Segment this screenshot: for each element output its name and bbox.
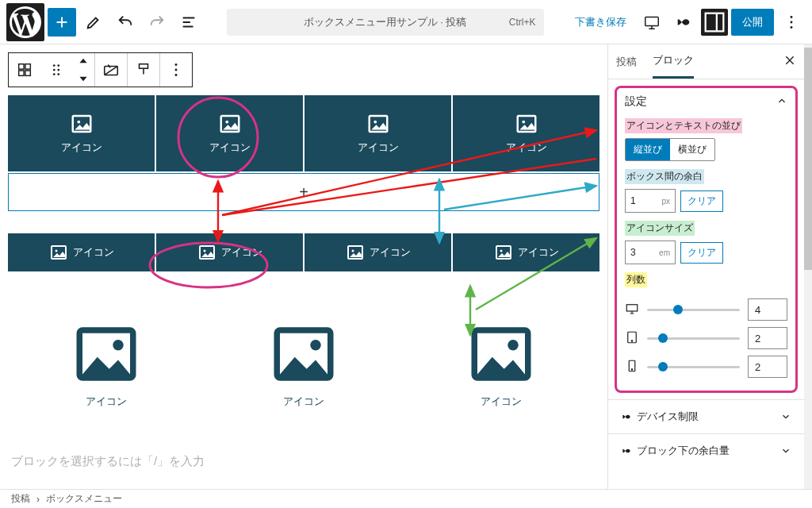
drag-handle-icon[interactable] — [40, 53, 72, 87]
svg-point-9 — [53, 64, 56, 67]
svg-rect-8 — [25, 71, 30, 75]
scrollbar[interactable] — [804, 44, 812, 489]
box-cell[interactable]: アイコン — [8, 95, 155, 171]
breadcrumb: 投稿 › ボックスメニュー — [0, 489, 812, 508]
undo-button[interactable] — [111, 8, 140, 37]
svg-point-35 — [500, 250, 502, 252]
gap-clear-button[interactable]: クリア — [680, 190, 723, 212]
box-menu-row-3[interactable]: アイコン アイコン アイコン — [8, 279, 599, 419]
svg-point-37 — [113, 340, 124, 351]
svg-rect-0 — [645, 17, 659, 25]
document-title-bar[interactable]: ボックスメニュー用サンプル · 投稿 Ctrl+K — [206, 9, 564, 36]
accordion-device[interactable]: デバイス制限 — [608, 399, 804, 433]
svg-rect-51 — [626, 304, 638, 310]
svg-point-33 — [351, 250, 354, 252]
panel-title: 設定 — [625, 94, 647, 109]
box-menu-row-2[interactable]: アイコン アイコン アイコン アイコン — [8, 233, 599, 271]
document-title: ボックスメニュー用サンプル · 投稿 — [304, 15, 467, 29]
svg-point-2 — [791, 16, 793, 18]
box-cell[interactable]: アイコン — [304, 233, 451, 271]
block-placeholder[interactable]: ブロックを選択するには「/」を入力 — [8, 454, 599, 469]
editor-topbar: ボックスメニュー用サンプル · 投稿 Ctrl+K 下書き保存 公開 — [0, 0, 812, 44]
svg-point-10 — [57, 64, 59, 67]
box-cell[interactable]: アイコン — [434, 308, 568, 419]
add-block-between[interactable]: + — [8, 173, 599, 211]
svg-point-53 — [631, 340, 633, 341]
move-up-down-icon[interactable] — [72, 53, 94, 87]
tab-block[interactable]: ブロック — [653, 44, 694, 79]
svg-point-17 — [175, 64, 178, 66]
cols-slider[interactable] — [647, 337, 740, 340]
breadcrumb-post[interactable]: 投稿 — [11, 492, 30, 506]
block-canvas[interactable]: アイコン アイコン アイコン アイコン + アイコン アイコン アイコン アイコ… — [0, 44, 607, 489]
svg-point-29 — [55, 250, 57, 252]
gap-label: ボックス間の余白 — [625, 169, 704, 184]
box-cell[interactable]: アイコン — [304, 95, 451, 171]
svg-rect-16 — [140, 64, 148, 69]
box-cell[interactable]: アイコン — [156, 95, 303, 171]
swell-icon[interactable] — [669, 8, 698, 37]
shortcut-hint: Ctrl+K — [509, 17, 536, 28]
alignment-label: アイコンとテキストの並び — [625, 118, 742, 133]
iconsize-input[interactable]: 3em — [625, 241, 676, 264]
link-icon[interactable] — [95, 53, 127, 87]
box-cell[interactable]: アイコン — [453, 233, 599, 271]
svg-rect-5 — [19, 64, 24, 69]
svg-point-21 — [77, 121, 80, 124]
cols-value[interactable]: 4 — [748, 298, 787, 321]
svg-point-23 — [225, 121, 228, 124]
alignment-segment: 縦並び 横並び — [625, 138, 715, 161]
svg-point-25 — [373, 121, 377, 124]
tablet-icon — [625, 330, 639, 347]
svg-rect-1 — [706, 13, 724, 31]
iconsize-clear-button[interactable]: クリア — [680, 242, 723, 264]
block-type-icon[interactable] — [9, 53, 40, 87]
svg-point-13 — [53, 73, 56, 75]
block-toolbar — [8, 52, 193, 87]
box-cell[interactable]: アイコン — [8, 233, 155, 271]
publish-button[interactable]: 公開 — [731, 9, 774, 36]
cols-row-tablet: 2 — [625, 327, 787, 349]
block-more-icon[interactable] — [160, 53, 192, 87]
gap-input[interactable]: 1px — [625, 189, 676, 213]
box-cell[interactable]: アイコン — [156, 233, 303, 271]
svg-point-11 — [53, 69, 56, 71]
svg-point-31 — [203, 250, 205, 252]
breadcrumb-block[interactable]: ボックスメニュー — [46, 492, 122, 506]
redo-button[interactable] — [143, 8, 171, 37]
accordion-margin[interactable]: ブロック下の余白量 — [608, 433, 804, 468]
box-cell[interactable]: アイコン — [40, 308, 174, 419]
tab-post[interactable]: 投稿 — [616, 44, 637, 79]
svg-point-27 — [522, 121, 525, 124]
box-cell[interactable]: アイコン — [453, 95, 599, 171]
alignment-vertical[interactable]: 縦並び — [626, 139, 670, 160]
cols-label: 列数 — [625, 272, 647, 287]
cols-row-mobile: 2 — [625, 356, 787, 378]
settings-sidebar-toggle[interactable] — [701, 9, 728, 36]
collapse-icon[interactable] — [776, 95, 787, 109]
cols-slider[interactable] — [647, 366, 740, 368]
wordpress-logo[interactable] — [6, 3, 44, 41]
settings-sidebar: 投稿 ブロック 設定 アイコンとテキストの並び 縦並び 横並び ボックス間の余白… — [607, 44, 804, 489]
svg-point-41 — [508, 340, 519, 351]
style-icon[interactable] — [128, 53, 159, 87]
svg-rect-6 — [25, 64, 30, 69]
box-menu-row-1[interactable]: アイコン アイコン アイコン アイコン — [8, 95, 599, 171]
cols-row-desktop: 4 — [625, 298, 787, 321]
svg-point-3 — [791, 21, 793, 23]
cols-slider[interactable] — [647, 309, 740, 311]
settings-panel: 設定 アイコンとテキストの並び 縦並び 横並び ボックス間の余白 1px クリア… — [615, 86, 798, 393]
preview-desktop-icon[interactable] — [638, 8, 666, 37]
edit-mode-icon[interactable] — [79, 8, 108, 37]
add-block-button[interactable] — [48, 8, 76, 37]
document-outline-button[interactable] — [174, 8, 203, 37]
cols-value[interactable]: 2 — [748, 327, 787, 349]
svg-point-4 — [791, 25, 793, 28]
alignment-horizontal[interactable]: 横並び — [670, 139, 714, 160]
close-sidebar-icon[interactable] — [783, 54, 796, 69]
box-cell[interactable]: アイコン — [237, 308, 371, 419]
iconsize-label: アイコンサイズ — [625, 221, 695, 236]
more-options-icon[interactable] — [777, 8, 806, 37]
save-draft-button[interactable]: 下書き保存 — [567, 15, 634, 29]
cols-value[interactable]: 2 — [748, 356, 787, 378]
